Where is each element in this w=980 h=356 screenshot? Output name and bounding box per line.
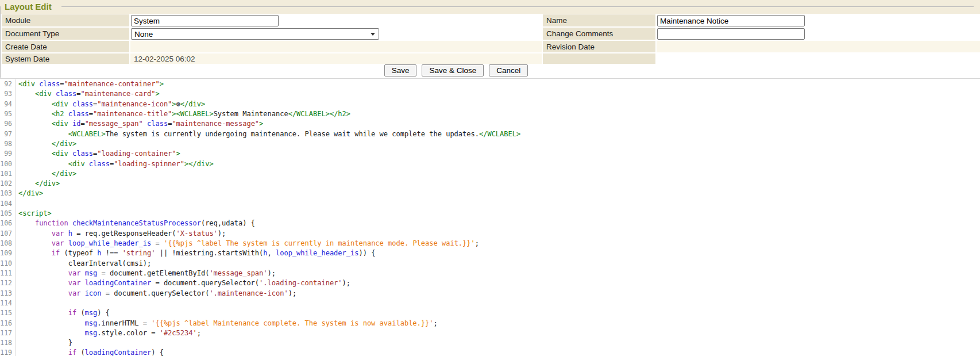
line-number: 108: [0, 239, 16, 248]
line-number: 107: [0, 229, 16, 239]
revision-date-label: Revision Date: [546, 43, 595, 51]
page-title: Layout Edit: [5, 2, 52, 12]
form-background-band: [0, 0, 980, 14]
line-number: 119: [0, 348, 16, 356]
line-number: 111: [0, 269, 16, 278]
revision-date-label-cell: Revision Date: [543, 41, 655, 52]
change-comments-input[interactable]: [657, 28, 805, 40]
module-label: Module: [5, 16, 30, 25]
chevron-down-icon: [371, 33, 375, 36]
line-number: 114: [0, 298, 16, 308]
code-line-text: clearInterval(cmsi);: [18, 259, 980, 269]
code-line[interactable]: 107 var h = req.getResponseHeader('X-sta…: [0, 229, 980, 239]
code-line[interactable]: 103</div>: [0, 189, 980, 198]
fieldset-top-border: [61, 6, 974, 7]
code-line[interactable]: 95 <h2 class="maintenance-title"><WCLABE…: [0, 109, 980, 119]
code-line[interactable]: 117 msg.style.color = '#2c5234';: [0, 328, 980, 338]
code-line[interactable]: 112 var loadingContainer = document.quer…: [0, 278, 980, 288]
cancel-button[interactable]: Cancel: [489, 64, 528, 76]
change-comments-label: Change Comments: [546, 29, 613, 38]
module-label-cell: Module: [2, 14, 129, 26]
code-line-text: if (msg) {: [18, 308, 980, 318]
code-line[interactable]: 101 </div>: [0, 169, 980, 179]
code-line[interactable]: 116 msg.innerHTML = '{{%pjs ^label Maint…: [0, 319, 980, 328]
code-line-text: var msg = document.getElementById('messa…: [18, 269, 980, 278]
code-line[interactable]: 110 clearInterval(cmsi);: [0, 259, 980, 269]
create-date-label-cell: Create Date: [2, 41, 129, 52]
line-number: 109: [0, 248, 16, 258]
create-date-value: [130, 41, 542, 52]
module-input[interactable]: [131, 15, 279, 26]
revision-date-value: [657, 41, 980, 52]
empty-label-cell: [543, 53, 655, 64]
document-type-label-cell: Document Type: [2, 28, 129, 40]
code-line-text: <div class="loading-spinner"></div>: [18, 159, 980, 169]
code-line[interactable]: 118 }: [0, 338, 980, 348]
code-line[interactable]: 98 </div>: [0, 139, 980, 149]
name-label-cell: Name: [543, 14, 655, 26]
code-line[interactable]: 94 <div class="maintenance-icon">⚙</div>: [0, 99, 980, 109]
line-number: 100: [0, 159, 16, 169]
line-number: 112: [0, 278, 16, 288]
line-number: 105: [0, 209, 16, 219]
code-line-text: msg.innerHTML = '{{%pjs ^label Maintenan…: [18, 319, 980, 328]
create-date-label: Create Date: [5, 43, 47, 51]
name-input[interactable]: [657, 15, 805, 26]
code-line[interactable]: 97 <WCLABEL>The system is currently unde…: [0, 129, 980, 139]
system-date-label-cell: System Date: [2, 53, 129, 64]
line-number: 98: [0, 139, 16, 149]
line-number: 99: [0, 149, 16, 159]
save-button[interactable]: Save: [384, 64, 417, 76]
code-line[interactable]: 111 var msg = document.getElementById('m…: [0, 269, 980, 278]
line-number: 115: [0, 308, 16, 318]
code-line-text: </div>: [18, 169, 980, 179]
document-type-select[interactable]: None: [131, 28, 379, 40]
code-line[interactable]: 92<div class="maintenance-container">: [0, 79, 980, 89]
system-date-value-cell: 12-02-2025 06:02: [130, 53, 542, 64]
code-line[interactable]: 99 <div class="loading-container">: [0, 149, 980, 159]
code-line-text: <div class="loading-container">: [18, 149, 980, 159]
code-line[interactable]: 115 if (msg) {: [0, 308, 980, 318]
line-number: 116: [0, 319, 16, 328]
code-line-text: msg.style.color = '#2c5234';: [18, 328, 980, 338]
code-line[interactable]: 108 var loop_while_header_is = '{{%pjs ^…: [0, 239, 980, 248]
line-number: 102: [0, 179, 16, 189]
line-number: 94: [0, 99, 16, 109]
code-line[interactable]: 113 var icon = document.querySelector('.…: [0, 289, 980, 298]
code-line-text: }: [18, 338, 980, 348]
line-number: 103: [0, 189, 16, 198]
line-number: 110: [0, 259, 16, 269]
code-line[interactable]: 105<script>: [0, 209, 980, 219]
code-line[interactable]: 114: [0, 298, 980, 308]
line-number: 118: [0, 338, 16, 348]
code-line-text: </div>: [18, 179, 980, 189]
code-line[interactable]: 96 <div id="message_span" class="mainten…: [0, 119, 980, 129]
code-editor[interactable]: 92<div class="maintenance-container">93 …: [0, 79, 980, 356]
save-and-close-button[interactable]: Save & Close: [422, 64, 484, 76]
line-number: 117: [0, 328, 16, 338]
code-line-text: if (typeof h !== 'string' || !miestring.…: [18, 248, 980, 258]
code-line[interactable]: 119 if (loadingContainer) {: [0, 348, 980, 356]
code-line[interactable]: 102 </div>: [0, 179, 980, 189]
code-line[interactable]: 106 function checkMaintenanceStatusProce…: [0, 219, 980, 228]
line-number: 92: [0, 79, 16, 89]
code-line-text: var h = req.getResponseHeader('X-status'…: [18, 229, 980, 239]
code-line-text: <div class="maintenance-container">: [18, 79, 980, 89]
code-line[interactable]: 100 <div class="loading-spinner"></div>: [0, 159, 980, 169]
code-line[interactable]: 109 if (typeof h !== 'string' || !miestr…: [0, 248, 980, 258]
code-line-text: </div>: [18, 189, 980, 198]
system-date-label: System Date: [5, 55, 49, 63]
line-number: 104: [0, 199, 16, 209]
code-line[interactable]: 93 <div class="maintenance-card">: [0, 89, 980, 99]
code-line-text: <div class="maintenance-card">: [18, 89, 980, 99]
code-line-text: [18, 199, 980, 209]
code-line-text: <h2 class="maintenance-title"><WCLABEL>S…: [18, 109, 980, 119]
line-number: 95: [0, 109, 16, 119]
line-number: 97: [0, 129, 16, 139]
line-number: 96: [0, 119, 16, 129]
name-label: Name: [546, 16, 567, 25]
code-line-text: <div class="maintenance-icon">⚙</div>: [18, 99, 980, 109]
code-line-text: var loadingContainer = document.querySel…: [18, 278, 980, 288]
line-number: 106: [0, 219, 16, 228]
code-line[interactable]: 104: [0, 199, 980, 209]
